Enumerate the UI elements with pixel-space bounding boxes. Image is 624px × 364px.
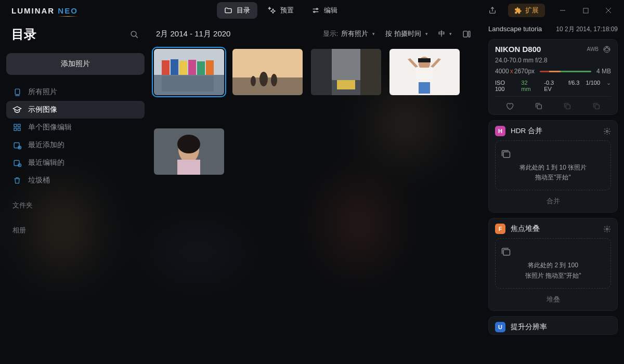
folders-header[interactable]: 文件夹 — [6, 189, 145, 214]
thumbnail-3[interactable] — [311, 49, 381, 95]
svg-rect-6 — [18, 124, 20, 127]
puzzle-icon — [514, 7, 522, 15]
chevron-down-icon: ▾ — [425, 31, 428, 36]
focus-stack-button[interactable]: 堆叠 — [495, 289, 611, 310]
svg-rect-48 — [503, 152, 510, 158]
svg-point-43 — [604, 46, 610, 53]
thumbnail-4[interactable] — [389, 49, 460, 95]
page-title: 目录 — [11, 26, 36, 43]
recent-add-icon — [12, 140, 22, 150]
graduation-cap-icon — [12, 105, 22, 114]
focus-badge-icon: F — [495, 224, 505, 234]
lens-info: 24.0-70.0 mm f/2.8 — [495, 57, 611, 64]
nav-recent-added[interactable]: 最近添加的 — [6, 136, 145, 154]
filter-show[interactable]: 显示: 所有照片 ▾ — [319, 28, 380, 40]
svg-rect-18 — [171, 59, 178, 75]
recent-edit-icon — [12, 158, 22, 167]
svg-rect-23 — [162, 76, 214, 92]
tab-catalog-label: 目录 — [237, 6, 250, 15]
sliders-icon — [311, 6, 320, 15]
upscale-module: U 提升分辨率 — [488, 316, 618, 335]
svg-rect-50 — [503, 250, 510, 255]
quality-bar — [540, 71, 591, 72]
nav-samples[interactable]: 示例图像 — [6, 101, 145, 119]
tab-presets-label: 预置 — [280, 6, 294, 15]
svg-point-49 — [606, 228, 608, 230]
copy-button[interactable] — [535, 102, 543, 110]
svg-rect-45 — [566, 105, 570, 109]
aperture-icon — [603, 45, 611, 54]
chevron-down-icon[interactable]: ⌄ — [606, 80, 611, 92]
focus-dropzone[interactable]: 将此处的 2 到 100 张照片 拖动至"开始" — [495, 238, 611, 288]
images-icon — [501, 149, 605, 160]
date-range[interactable]: 2月 2014 - 11月 2020 — [156, 29, 230, 39]
svg-point-47 — [606, 130, 608, 132]
svg-rect-31 — [360, 49, 381, 95]
thumbnail-1[interactable] — [154, 49, 224, 95]
awb-badge: AWB — [587, 46, 599, 52]
window-close[interactable] — [598, 3, 619, 18]
add-photos-button[interactable]: 添加照片 — [6, 53, 145, 75]
action-4[interactable] — [592, 102, 601, 110]
metadata-card: NIKON D800 AWB 24.0-70.0 mm f/2.8 4000x2… — [488, 39, 618, 115]
svg-rect-21 — [197, 61, 205, 75]
chevron-down-icon: ▾ — [449, 31, 452, 36]
trash-icon — [12, 176, 22, 185]
svg-rect-4 — [15, 89, 20, 95]
svg-rect-32 — [337, 80, 355, 89]
tab-edit-label: 编辑 — [324, 6, 337, 15]
svg-point-1 — [314, 11, 315, 12]
focus-module: F 焦点堆叠 将此处的 2 到 100 张照片 拖动至"开始" 堆叠 — [488, 218, 618, 310]
svg-rect-19 — [179, 61, 187, 75]
svg-rect-46 — [595, 105, 599, 109]
tab-edit[interactable]: 编辑 — [304, 2, 345, 19]
svg-rect-44 — [537, 105, 541, 109]
filter-size[interactable]: 中 ▾ — [434, 28, 456, 40]
search-icon[interactable] — [130, 30, 139, 39]
camera-model: NIKON D800 — [495, 45, 587, 54]
svg-rect-42 — [177, 160, 200, 175]
svg-rect-14 — [469, 31, 470, 36]
svg-point-3 — [131, 31, 136, 36]
svg-rect-2 — [583, 8, 588, 12]
window-maximize[interactable] — [575, 3, 596, 18]
svg-point-26 — [259, 72, 268, 86]
file-date: 10 2月 2014, 17:18:09 — [556, 25, 618, 34]
action-3[interactable] — [563, 102, 571, 110]
sparkle-icon — [268, 6, 276, 15]
svg-point-41 — [177, 135, 200, 153]
extensions-button[interactable]: 扩展 — [508, 4, 545, 17]
hdr-dropzone[interactable]: 将此处的 1 到 10 张照片 拖动至"开始" — [495, 140, 611, 190]
nav-recent-edited[interactable]: 最近编辑的 — [6, 154, 145, 172]
filter-sort[interactable]: 按 拍摄时间 ▾ — [381, 28, 432, 40]
app-logo: LUMINAR NEO — [11, 6, 78, 15]
hdr-merge-button[interactable]: 合并 — [495, 190, 611, 212]
svg-point-0 — [317, 8, 318, 10]
file-name: Landscape tutoria — [488, 25, 556, 33]
nav-all-photos[interactable]: 所有照片 — [6, 83, 145, 101]
images-icon — [501, 247, 605, 257]
albums-header[interactable]: 相册 — [6, 214, 145, 239]
tab-catalog[interactable]: 目录 — [217, 2, 257, 19]
svg-rect-7 — [14, 128, 17, 131]
thumbnail-5[interactable] — [154, 128, 224, 175]
svg-rect-33 — [332, 49, 360, 80]
svg-rect-20 — [188, 60, 196, 75]
favorite-button[interactable] — [505, 102, 514, 110]
svg-rect-13 — [463, 31, 467, 36]
svg-rect-38 — [418, 58, 431, 62]
thumbnail-2[interactable] — [232, 49, 303, 95]
folder-icon — [224, 6, 232, 15]
gear-icon[interactable] — [603, 225, 611, 233]
view-toggle-button[interactable] — [458, 26, 475, 42]
nav-trash[interactable]: 垃圾桶 — [6, 172, 145, 189]
svg-rect-36 — [415, 68, 433, 84]
svg-rect-17 — [162, 60, 170, 75]
gear-icon[interactable] — [603, 127, 611, 135]
tab-presets[interactable]: 预置 — [261, 2, 301, 19]
svg-point-28 — [251, 76, 256, 86]
photo-stack-icon — [12, 87, 22, 97]
nav-single-edit[interactable]: 单个图像编辑 — [6, 119, 145, 136]
window-minimize[interactable] — [552, 3, 573, 18]
share-button[interactable] — [484, 3, 501, 18]
